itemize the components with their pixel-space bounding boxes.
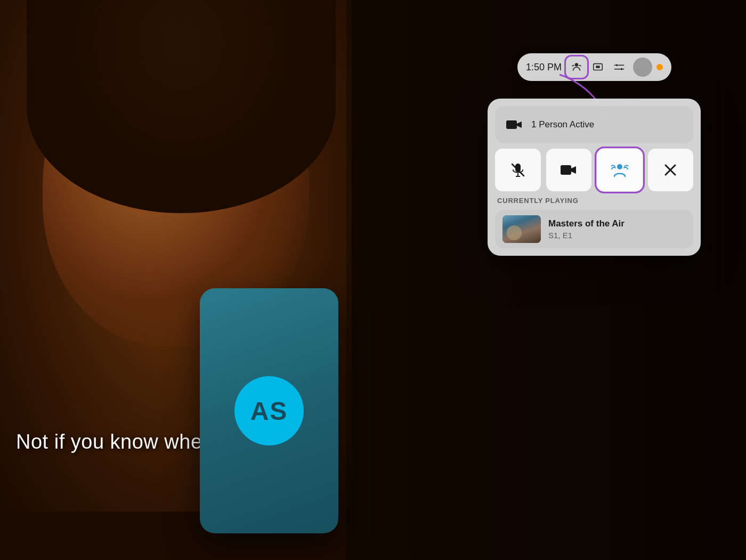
video-row-label: 1 Person Active — [531, 119, 594, 130]
now-playing-subtitle: S1, E1 — [548, 231, 625, 240]
video-call-row[interactable]: 1 Person Active — [495, 106, 693, 143]
camera-screen-icon — [592, 61, 604, 73]
video-subtitle: Not if you know wher — [16, 431, 209, 453]
person-wave-icon — [571, 61, 582, 73]
close-x-icon — [662, 161, 679, 178]
menu-time: 1:50 PM — [526, 62, 562, 73]
sliders-icon — [613, 61, 625, 73]
close-call-button[interactable] — [648, 149, 694, 191]
now-playing-thumbnail — [502, 215, 541, 243]
shareplay-icon — [611, 161, 628, 178]
control-center-icon[interactable] — [610, 58, 629, 77]
status-dot — [656, 64, 663, 70]
svg-point-16 — [617, 164, 622, 169]
background-scene — [0, 0, 746, 560]
shareplay-menubar-icon[interactable] — [567, 58, 586, 77]
control-button-row — [495, 149, 693, 191]
now-playing-card[interactable]: Masters of the Air S1, E1 — [495, 210, 693, 248]
svg-point-0 — [575, 63, 578, 66]
control-center-popup: 1 Person Active — [488, 99, 701, 256]
video-camera-small-icon — [560, 161, 577, 178]
svg-rect-2 — [596, 66, 599, 68]
shareplay-button[interactable] — [597, 149, 643, 191]
currently-playing-label: CURRENTLY PLAYING — [495, 197, 693, 205]
mic-off-icon — [509, 161, 526, 178]
now-playing-info: Masters of the Air S1, E1 — [548, 218, 625, 240]
svg-point-3 — [616, 64, 618, 67]
camera-button[interactable] — [546, 149, 592, 191]
svg-rect-15 — [561, 165, 571, 175]
background-right-overlay — [346, 0, 746, 560]
avatar: AS — [234, 376, 304, 445]
svg-rect-10 — [506, 120, 517, 129]
video-camera-icon — [506, 117, 523, 132]
mute-button[interactable] — [495, 149, 541, 191]
menu-bar: 1:50 PM — [517, 53, 671, 81]
user-profile-icon[interactable] — [633, 58, 652, 77]
video-call-icon — [505, 115, 524, 134]
now-playing-title: Masters of the Air — [548, 218, 625, 229]
svg-point-6 — [621, 68, 623, 70]
screen-capture-icon[interactable] — [588, 58, 607, 77]
contact-card: AS — [200, 288, 338, 533]
